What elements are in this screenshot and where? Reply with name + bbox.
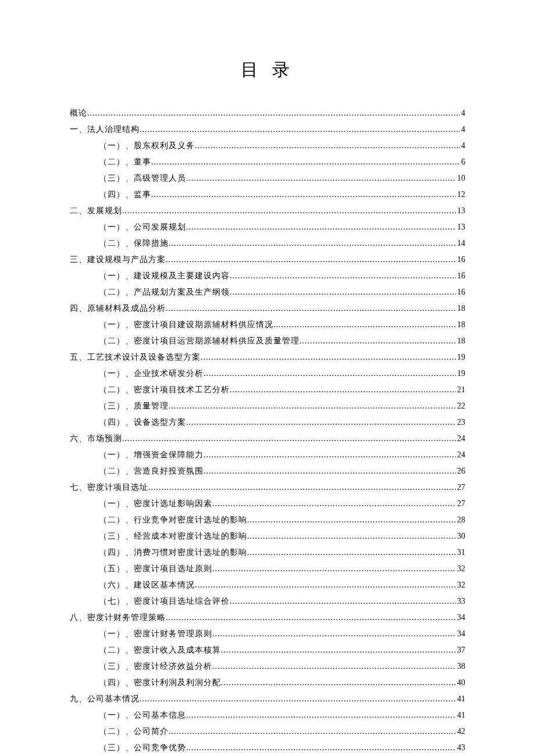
toc-entry-label: 九、公司基本情况	[70, 691, 140, 707]
toc-entry-label: （一）、密度计财务管理原则	[99, 626, 212, 642]
toc-leader	[122, 203, 456, 219]
toc-entry-page: 4	[460, 138, 465, 154]
toc-entry: （一）、密度计财务管理原则34	[70, 626, 465, 642]
toc-entry-page: 41	[456, 691, 465, 707]
toc-entry: 九、公司基本情况41	[70, 691, 465, 707]
toc-leader	[195, 577, 456, 593]
toc-entry-label: （七）、密度计项目选址综合评价	[99, 593, 230, 610]
toc-entry: 八、密度计财务管理策略34	[70, 610, 465, 626]
toc-entry: （三）、密度计经济效益分析38	[70, 658, 465, 675]
toc-leader	[204, 463, 456, 479]
toc-leader	[140, 691, 456, 707]
toc-container: 概论4一、法人治理结构4（一）、股东权利及义务4（二）、董事6（三）、高级管理人…	[70, 105, 465, 756]
toc-leader	[186, 740, 456, 756]
toc-entry-label: （六）、建设区基本情况	[99, 577, 195, 593]
toc-entry-page: 31	[456, 544, 465, 561]
toc-entry-label: 三、建设规模与产品方案	[70, 252, 166, 268]
toc-entry-label: （二）、产品规划方案及生产纲领	[99, 284, 230, 300]
toc-entry-page: 16	[456, 268, 465, 284]
toc-entry: （一）、企业技术研发分析19	[70, 366, 465, 382]
toc-entry-page: 13	[456, 203, 465, 219]
toc-leader	[186, 414, 456, 431]
toc-entry-label: （二）、董事	[99, 154, 151, 170]
toc-entry-page: 43	[456, 740, 465, 756]
toc-leader	[221, 642, 456, 658]
toc-entry: （二）、营造良好投资氛围26	[70, 463, 465, 479]
toc-entry-page: 40	[456, 675, 465, 691]
toc-entry: （一）、公司基本信息41	[70, 707, 465, 723]
toc-entry-label: 五、工艺技术设计及设备选型方案	[70, 349, 201, 366]
toc-entry-label: （二）、密度计项目运营期原辅材料供应及质量管理	[99, 333, 299, 349]
toc-entry-label: （二）、密度计收入及成本核算	[99, 642, 221, 658]
toc-entry: （四）、设备选型方案23	[70, 414, 465, 431]
toc-entry-page: 32	[456, 577, 465, 593]
toc-entry-page: 6	[460, 154, 465, 170]
toc-entry-page: 21	[456, 382, 465, 398]
toc-entry: （二）、保障措施14	[70, 235, 465, 252]
toc-entry-page: 26	[456, 463, 465, 479]
toc-entry-label: 七、密度计项目选址	[70, 479, 148, 496]
toc-entry-label: 六、市场预测	[70, 431, 122, 447]
toc-entry-page: 27	[456, 496, 465, 512]
toc-entry-page: 27	[456, 479, 465, 496]
toc-entry-label: （二）、公司简介	[99, 723, 169, 740]
toc-entry: （二）、密度计收入及成本核算37	[70, 642, 465, 658]
toc-entry-label: （一）、密度计项目建设期原辅材料供应情况	[99, 317, 273, 333]
toc-leader	[212, 561, 456, 577]
toc-entry-page: 4	[460, 121, 465, 138]
toc-entry: （一）、密度计项目建设期原辅材料供应情况18	[70, 317, 465, 333]
toc-leader	[151, 187, 456, 203]
page-container: 目 录 概论4一、法人治理结构4（一）、股东权利及义务4（二）、董事6（三）、高…	[0, 0, 535, 756]
toc-entry-label: 八、密度计财务管理策略	[70, 610, 166, 626]
toc-entry-page: 34	[456, 610, 465, 626]
toc-entry-page: 41	[456, 707, 465, 723]
toc-leader	[166, 300, 456, 317]
toc-entry: 一、法人治理结构4	[70, 121, 465, 138]
toc-entry-page: 38	[456, 658, 465, 675]
toc-entry-page: 42	[456, 723, 465, 740]
toc-entry: （二）、产品规划方案及生产纲领16	[70, 284, 465, 300]
toc-entry-page: 34	[456, 626, 465, 642]
toc-entry-label: （三）、质量管理	[99, 398, 169, 414]
toc-entry-label: （二）、保障措施	[99, 235, 169, 252]
toc-entry: （二）、密度计项目运营期原辅材料供应及质量管理18	[70, 333, 465, 349]
toc-entry: （二）、行业竞争对密度计选址的影响28	[70, 512, 465, 528]
toc-entry-label: （三）、经营成本对密度计选址的影响	[99, 528, 247, 544]
toc-leader	[195, 138, 460, 154]
toc-entry-page: 10	[456, 170, 465, 187]
toc-leader	[169, 723, 456, 740]
toc-entry-page: 18	[456, 317, 465, 333]
toc-entry: 三、建设规模与产品方案16	[70, 252, 465, 268]
toc-leader	[204, 366, 456, 382]
toc-leader	[201, 349, 456, 366]
toc-entry: 六、市场预测24	[70, 431, 465, 447]
toc-entry: （二）、密度计项目技术工艺分析21	[70, 382, 465, 398]
toc-entry-label: 四、原辅材料及成品分析	[70, 300, 166, 317]
toc-entry-page: 28	[456, 512, 465, 528]
toc-entry: 四、原辅材料及成品分析18	[70, 300, 465, 317]
toc-entry: （一）、股东权利及义务4	[70, 138, 465, 154]
toc-leader	[169, 235, 456, 252]
toc-entry: （一）、建设规模及主要建设内容16	[70, 268, 465, 284]
toc-entry-page: 13	[456, 219, 465, 235]
toc-entry-page: 12	[456, 187, 465, 203]
toc-entry-label: （二）、营造良好投资氛围	[99, 463, 204, 479]
toc-leader	[247, 544, 456, 561]
toc-leader	[221, 675, 456, 691]
toc-entry-label: （一）、企业技术研发分析	[99, 366, 204, 382]
toc-leader	[230, 593, 456, 610]
toc-entry: （一）、增强资金保障能力24	[70, 447, 465, 463]
toc-entry-label: 概论	[70, 105, 87, 121]
toc-entry-page: 30	[456, 528, 465, 544]
toc-entry: （二）、公司简介42	[70, 723, 465, 740]
toc-entry-page: 18	[456, 300, 465, 317]
toc-leader	[212, 626, 456, 642]
toc-entry: 五、工艺技术设计及设备选型方案19	[70, 349, 465, 366]
toc-leader	[273, 317, 456, 333]
toc-leader	[186, 170, 456, 187]
toc-entry-label: （三）、公司竞争优势	[99, 740, 186, 756]
toc-leader	[204, 447, 456, 463]
toc-entry-label: （一）、建设规模及主要建设内容	[99, 268, 230, 284]
toc-entry: （一）、公司发展规划13	[70, 219, 465, 235]
toc-entry-page: 37	[456, 642, 465, 658]
